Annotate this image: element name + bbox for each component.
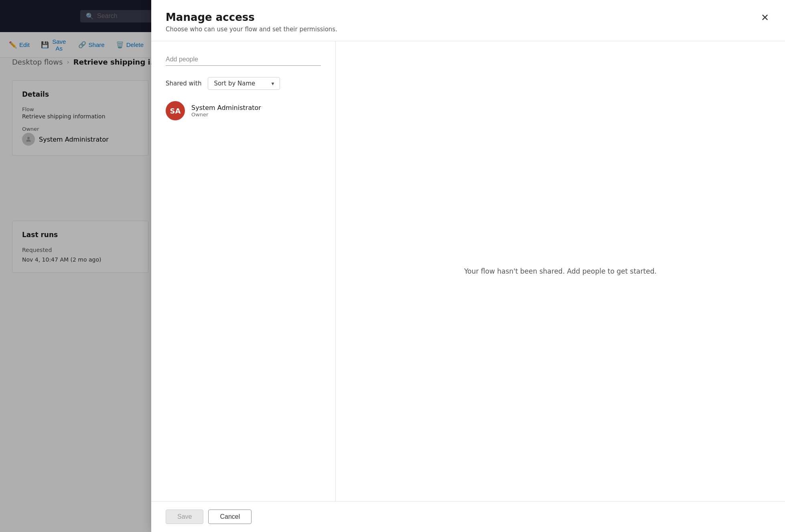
modal-header-text: Manage access Choose who can use your fl… <box>166 11 337 33</box>
user-list-item: SA System Administrator Owner <box>166 101 321 120</box>
modal-left-panel: Shared with Sort by Name ▾ SA System Adm… <box>151 41 336 501</box>
user-avatar: SA <box>166 101 185 120</box>
user-name: System Administrator <box>191 104 261 112</box>
sort-dropdown[interactable]: Sort by Name ▾ <box>208 77 280 90</box>
save-button: Save <box>166 510 203 524</box>
cancel-button[interactable]: Cancel <box>208 510 252 524</box>
add-people-input[interactable] <box>166 53 321 66</box>
modal-header: Manage access Choose who can use your fl… <box>151 0 785 41</box>
chevron-down-icon: ▾ <box>271 80 274 87</box>
user-list: SA System Administrator Owner <box>166 101 321 120</box>
user-role: Owner <box>191 112 261 118</box>
shared-with-label: Shared with <box>166 80 201 87</box>
user-info: System Administrator Owner <box>191 104 261 118</box>
modal-footer: Save Cancel <box>151 501 785 532</box>
modal-right-panel: Your flow hasn't been shared. Add people… <box>336 41 785 501</box>
modal-title: Manage access <box>166 11 337 23</box>
modal-subtitle: Choose who can use your flow and set the… <box>166 26 337 33</box>
shared-with-row: Shared with Sort by Name ▾ <box>166 77 321 90</box>
sort-label: Sort by Name <box>214 80 255 87</box>
manage-access-modal: Manage access Choose who can use your fl… <box>151 0 785 532</box>
modal-body: Shared with Sort by Name ▾ SA System Adm… <box>151 41 785 501</box>
empty-state-text: Your flow hasn't been shared. Add people… <box>464 267 657 275</box>
modal-close-button[interactable]: ✕ <box>759 11 771 24</box>
